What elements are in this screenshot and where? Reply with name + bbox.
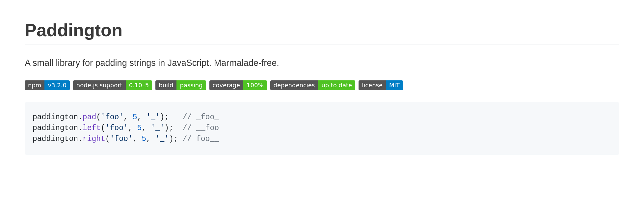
- badge-label: dependencies: [270, 80, 318, 90]
- code-token-comment: // __foo: [183, 124, 219, 132]
- code-token-space: [174, 124, 183, 132]
- code-token-comment: // foo__: [183, 135, 219, 143]
- code-token-method: pad: [83, 113, 96, 122]
- code-token-semi: ;: [174, 135, 178, 143]
- code-token-paren: ): [164, 124, 169, 132]
- code-line: paddington.right('foo', 5, '_'); // foo_…: [33, 134, 611, 145]
- code-token-comma: ,: [128, 124, 137, 132]
- code-token-string: '_': [151, 124, 164, 132]
- code-token-string: '_': [146, 113, 160, 122]
- code-token-comma: ,: [123, 113, 133, 122]
- badge-label: license: [359, 80, 386, 90]
- code-token-paren: ): [169, 135, 174, 143]
- code-token-paren: (: [101, 124, 105, 132]
- badges-row: npmv3.2.0node.js support0.10–5buildpassi…: [25, 80, 619, 90]
- badge-value: 100%: [243, 80, 267, 90]
- code-token-comma: ,: [137, 113, 147, 122]
- badge-dependencies[interactable]: dependenciesup to date: [270, 80, 356, 90]
- code-token-obj: paddington: [33, 124, 78, 132]
- code-token-comma: ,: [133, 135, 142, 143]
- code-example: paddington.pad('foo', 5, '_'); // _foo_p…: [25, 102, 619, 155]
- code-token-string: '_': [155, 135, 169, 143]
- badge-npm[interactable]: npmv3.2.0: [25, 80, 70, 90]
- code-token-paren: ): [160, 113, 165, 122]
- badge-label: coverage: [209, 80, 244, 90]
- badge-label: node.js support: [73, 80, 126, 90]
- badge-value: passing: [176, 80, 206, 90]
- badge-build[interactable]: buildpassing: [155, 80, 206, 90]
- code-token-number: 5: [142, 135, 146, 143]
- code-token-space: [169, 113, 182, 122]
- code-token-obj: paddington: [33, 113, 78, 122]
- badge-label: build: [155, 80, 176, 90]
- badge-value: v3.2.0: [44, 80, 69, 90]
- code-line: paddington.left('foo', 5, '_'); // __foo: [33, 123, 611, 134]
- code-token-semi: ;: [169, 124, 174, 132]
- code-token-string: 'foo': [101, 113, 123, 122]
- code-token-paren: (: [96, 113, 101, 122]
- code-token-comma: ,: [142, 124, 151, 132]
- code-token-comma: ,: [146, 135, 155, 143]
- code-token-comment: // _foo_: [183, 113, 219, 122]
- description: A small library for padding strings in J…: [25, 56, 619, 70]
- code-token-dot: .: [78, 135, 83, 143]
- badge-value: up to date: [318, 80, 355, 90]
- code-token-obj: paddington: [33, 135, 78, 143]
- code-token-string: 'foo': [110, 135, 133, 143]
- code-token-space: [178, 135, 183, 143]
- code-token-method: left: [83, 124, 101, 132]
- code-token-number: 5: [133, 113, 137, 122]
- badge-label: npm: [25, 80, 44, 90]
- badge-coverage[interactable]: coverage100%: [209, 80, 267, 90]
- page-title: Paddington: [25, 20, 619, 44]
- code-token-number: 5: [137, 124, 142, 132]
- badge-node-js-support[interactable]: node.js support0.10–5: [73, 80, 152, 90]
- code-token-dot: .: [78, 113, 83, 122]
- code-token-paren: (: [105, 135, 110, 143]
- badge-license[interactable]: licenseMIT: [359, 80, 403, 90]
- code-token-dot: .: [78, 124, 83, 132]
- code-token-semi: ;: [164, 113, 169, 122]
- code-token-method: right: [83, 135, 105, 143]
- badge-value: MIT: [386, 80, 403, 90]
- code-line: paddington.pad('foo', 5, '_'); // _foo_: [33, 112, 611, 123]
- code-token-string: 'foo': [105, 124, 128, 132]
- badge-value: 0.10–5: [126, 80, 152, 90]
